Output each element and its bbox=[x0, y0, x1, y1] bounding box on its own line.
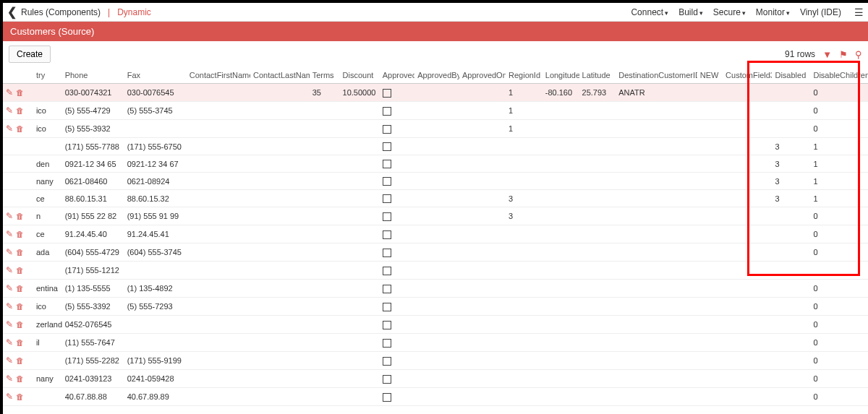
delete-icon[interactable] bbox=[16, 374, 24, 384]
delete-icon[interactable] bbox=[16, 87, 24, 98]
table-row[interactable]: ico(5) 555-4729(5) 555-374510 bbox=[3, 102, 868, 120]
approved-checkbox[interactable] bbox=[383, 160, 391, 168]
approved-checkbox[interactable] bbox=[383, 194, 391, 203]
col-country[interactable]: try bbox=[33, 67, 62, 84]
table-row[interactable]: den0921-12 34 650921-12 34 6731 bbox=[3, 155, 868, 173]
edit-icon[interactable] bbox=[6, 283, 13, 293]
filter-icon[interactable]: ▼ bbox=[822, 49, 832, 60]
menu-monitor[interactable]: Monitor▾ bbox=[756, 7, 790, 17]
approved-checkbox[interactable] bbox=[383, 142, 391, 151]
table-row[interactable]: nany0241-0391230241-0594280 bbox=[3, 370, 868, 388]
product-label[interactable]: Vinyl (IDE) bbox=[800, 7, 841, 17]
edit-icon[interactable] bbox=[6, 87, 13, 98]
approved-checkbox[interactable] bbox=[383, 107, 391, 116]
delete-icon[interactable] bbox=[16, 211, 24, 221]
col-contactfirstname[interactable]: ContactFirstName bbox=[187, 67, 250, 84]
col-fax[interactable]: Fax bbox=[124, 67, 187, 84]
delete-icon[interactable] bbox=[16, 392, 24, 402]
approved-checkbox[interactable] bbox=[383, 285, 391, 293]
edit-icon[interactable] bbox=[6, 265, 13, 275]
approved-checkbox[interactable] bbox=[383, 321, 391, 329]
table-row[interactable]: 030-0074321030-00765453510.500001-80.160… bbox=[3, 84, 868, 102]
edit-icon[interactable] bbox=[6, 301, 13, 311]
edit-icon[interactable] bbox=[6, 374, 13, 384]
table-row[interactable]: entina(1) 135-5555(1) 135-48920 bbox=[3, 280, 868, 298]
edit-icon[interactable] bbox=[6, 211, 13, 221]
edit-icon[interactable] bbox=[6, 337, 13, 348]
col-longitude[interactable]: Longitude bbox=[542, 67, 579, 84]
table-row[interactable]: nany0621-084600621-0892431 bbox=[3, 173, 868, 190]
cell-approvedon bbox=[459, 173, 506, 190]
edit-icon[interactable] bbox=[6, 319, 13, 329]
approved-checkbox[interactable] bbox=[383, 267, 391, 275]
col-customfield3[interactable]: CustomField3 bbox=[723, 67, 772, 84]
col-latitude[interactable]: Latitude bbox=[579, 67, 616, 84]
menu-connect[interactable]: Connect▾ bbox=[631, 7, 668, 17]
approved-checkbox[interactable] bbox=[383, 177, 391, 186]
approved-checkbox[interactable] bbox=[383, 375, 391, 384]
table-row[interactable]: 40.67.88.8840.67.89.890 bbox=[3, 388, 868, 406]
edit-icon[interactable] bbox=[6, 124, 13, 134]
search-icon[interactable]: ⚲ bbox=[855, 49, 862, 60]
col-regionid[interactable]: RegionId bbox=[506, 67, 542, 84]
edit-icon[interactable] bbox=[6, 392, 13, 402]
table-row[interactable]: ada(604) 555-4729(604) 555-37450 bbox=[3, 243, 868, 262]
table-row[interactable]: ce88.60.15.3188.60.15.32331 bbox=[3, 190, 868, 207]
menu-build[interactable]: Build▾ bbox=[678, 7, 703, 17]
table-row[interactable]: ce91.24.45.4091.24.45.410 bbox=[3, 225, 868, 243]
delete-icon[interactable] bbox=[16, 355, 24, 366]
col-disablechildren[interactable]: DisableChildren bbox=[810, 67, 868, 84]
cell-country: il bbox=[33, 334, 62, 352]
approved-checkbox[interactable] bbox=[383, 230, 391, 239]
table-row[interactable]: (171) 555-7788(171) 555-675031 bbox=[3, 138, 868, 155]
edit-icon[interactable] bbox=[6, 247, 13, 257]
hamburger-icon[interactable]: ☰ bbox=[854, 7, 864, 18]
delete-icon[interactable] bbox=[16, 283, 24, 293]
approved-checkbox[interactable] bbox=[383, 303, 391, 311]
col-new[interactable]: NEW bbox=[697, 67, 723, 84]
delete-icon[interactable] bbox=[16, 319, 24, 329]
col-approved[interactable]: Approved bbox=[380, 67, 415, 84]
delete-icon[interactable] bbox=[16, 229, 24, 239]
table-row[interactable]: ico(5) 555-3392(5) 555-72930 bbox=[3, 298, 868, 316]
delete-icon[interactable] bbox=[16, 247, 24, 257]
edit-icon[interactable] bbox=[6, 229, 13, 239]
approved-checkbox[interactable] bbox=[383, 212, 391, 221]
col-contactlastname[interactable]: ContactLastName bbox=[250, 67, 310, 84]
approved-checkbox[interactable] bbox=[383, 393, 391, 402]
breadcrumb: ❮ Rules (Components) | Dynamic bbox=[7, 5, 151, 19]
grid-scroll[interactable]: try Phone Fax ContactFirstName ContactLa… bbox=[3, 67, 868, 414]
delete-icon[interactable] bbox=[16, 301, 24, 311]
col-approvedby[interactable]: ApprovedBy bbox=[414, 67, 459, 84]
approved-checkbox[interactable] bbox=[383, 357, 391, 366]
col-phone[interactable]: Phone bbox=[62, 67, 124, 84]
table-row[interactable]: n(91) 555 22 82(91) 555 91 9930 bbox=[3, 207, 868, 225]
col-discount[interactable]: Discount bbox=[340, 67, 380, 84]
cell-customfield3 bbox=[723, 155, 772, 173]
col-approvedon[interactable]: ApprovedOn bbox=[459, 67, 506, 84]
breadcrumb-parent[interactable]: Rules (Components) bbox=[21, 7, 101, 17]
delete-icon[interactable] bbox=[16, 105, 24, 116]
menu-secure[interactable]: Secure▾ bbox=[713, 7, 746, 17]
table-row[interactable]: (171) 555-2282(171) 555-91990 bbox=[3, 352, 868, 370]
col-terms[interactable]: Terms bbox=[310, 67, 340, 84]
approved-checkbox[interactable] bbox=[383, 89, 391, 98]
table-row[interactable]: ico(5) 555-393210 bbox=[3, 120, 868, 138]
table-row[interactable]: zerland0452-0765450 bbox=[3, 316, 868, 334]
edit-icon[interactable] bbox=[6, 105, 13, 116]
back-chevron-icon[interactable]: ❮ bbox=[7, 5, 17, 19]
col-destinationcustomerid[interactable]: DestinationCustomerID bbox=[616, 67, 697, 84]
table-row[interactable]: il(11) 555-76470 bbox=[3, 334, 868, 352]
cell-country bbox=[33, 352, 62, 370]
delete-icon[interactable] bbox=[16, 124, 24, 134]
delete-icon[interactable] bbox=[16, 337, 24, 348]
approved-checkbox[interactable] bbox=[383, 249, 391, 257]
edit-icon[interactable] bbox=[6, 355, 13, 366]
bookmark-icon[interactable]: ⚑ bbox=[839, 49, 848, 60]
approved-checkbox[interactable] bbox=[383, 125, 391, 134]
delete-icon[interactable] bbox=[16, 265, 24, 275]
table-row[interactable]: (171) 555-1212 bbox=[3, 262, 868, 280]
create-button[interactable]: Create bbox=[9, 46, 51, 63]
col-disabled[interactable]: Disabled bbox=[772, 67, 810, 84]
approved-checkbox[interactable] bbox=[383, 339, 391, 348]
